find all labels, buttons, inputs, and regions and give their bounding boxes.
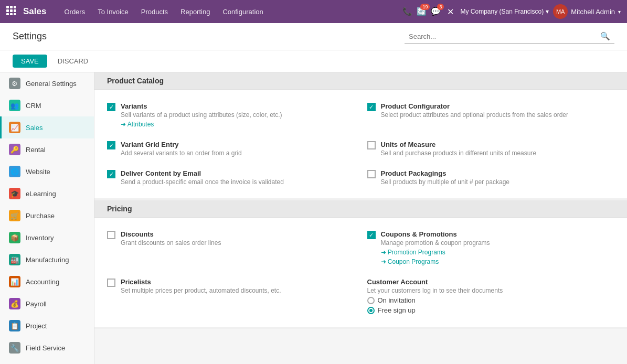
sidebar-item-field-service[interactable]: 🔧 Field Service [0, 337, 94, 359]
label-variant-grid-entry: Variant Grid Entry [121, 141, 242, 148]
link-attributes[interactable]: ➜ Attributes [121, 121, 282, 128]
checkbox-deliver-content-email[interactable]: ✓ [107, 170, 115, 178]
sidebar-item-elearning[interactable]: 🎓 eLearning [0, 183, 94, 205]
sidebar-item-website[interactable]: 🌐 Website [0, 160, 94, 183]
action-bar: SAVE DISCARD [0, 50, 627, 72]
info-units-of-measure: Units of Measure Sell and purchase produ… [381, 141, 537, 157]
checkbox-coupons-promotions[interactable]: ✓ [367, 231, 376, 239]
info-pricelists: Pricelists Set multiple prices per produ… [121, 278, 281, 294]
svg-rect-3 [6, 9, 9, 12]
sidebar-label-project: Project [26, 322, 47, 330]
company-name: My Company (San Francisco) [460, 8, 544, 15]
search-input[interactable] [409, 33, 600, 40]
radio-label-free-sign-up: Free sign up [378, 306, 416, 314]
desc-variant-grid-entry: Add several variants to an order from a … [121, 149, 242, 157]
company-selector[interactable]: My Company (San Francisco) ▾ [460, 8, 549, 15]
info-product-configurator: Product Configurator Select product attr… [381, 102, 569, 119]
label-variants: Variants [121, 102, 282, 110]
checkbox-product-packagings[interactable] [367, 170, 376, 178]
phone-icon[interactable]: 📞 [402, 7, 412, 16]
checkbox-variant-grid-entry[interactable]: ✓ [107, 141, 115, 149]
chat-icon[interactable]: 💬 3 [431, 7, 441, 16]
nav-right: 📞 🔄 19 💬 3 ✕ My Company (San Francisco) … [402, 4, 621, 19]
discard-button[interactable]: DISCARD [51, 55, 95, 68]
product-catalog-grid: ✓ Variants Sell variants of a product us… [107, 98, 614, 190]
radio-on-invitation[interactable]: On invitation [367, 296, 503, 304]
sidebar-label-inventory: Inventory [26, 234, 54, 242]
desc-coupons-promotions: Manage promotion & coupon programs [381, 239, 490, 247]
checkbox-discounts[interactable] [107, 231, 115, 239]
sidebar-item-general-settings[interactable]: ⚙ General Settings [0, 72, 94, 94]
chat-badge: 3 [437, 4, 444, 10]
user-chevron-icon: ▾ [618, 9, 621, 15]
radio-free-sign-up[interactable]: Free sign up [367, 306, 503, 314]
setting-customer-account: Customer Account Let your customers log … [367, 274, 615, 318]
checkbox-pricelists[interactable] [107, 279, 115, 287]
nav-products[interactable]: Products [136, 6, 173, 18]
save-button[interactable]: SAVE [13, 55, 47, 68]
desc-units-of-measure: Sell and purchase products in different … [381, 149, 537, 157]
desc-deliver-content-email: Send a product-specific email once the i… [121, 178, 284, 186]
nav-toinvoice[interactable]: To Invoice [92, 6, 134, 18]
sidebar-label-sales: Sales [26, 124, 43, 132]
setting-coupons-promotions: ✓ Coupons & Promotions Manage promotion … [367, 226, 615, 270]
settings-title: Settings [13, 31, 47, 42]
label-customer-account: Customer Account [367, 278, 503, 286]
sidebar-item-sales[interactable]: 📈 Sales [0, 116, 94, 138]
nav-orders[interactable]: Orders [59, 6, 90, 18]
section-product-catalog-header: Product Catalog [94, 72, 627, 90]
sidebar-label-payroll: Payroll [26, 300, 47, 308]
label-product-configurator: Product Configurator [381, 102, 569, 110]
website-icon: 🌐 [9, 166, 20, 177]
setting-product-configurator: ✓ Product Configurator Select product at… [367, 98, 615, 132]
sidebar: ⚙ General Settings 👥 CRM 📈 Sales 🔑 Renta… [0, 72, 94, 364]
link-promotion-programs[interactable]: ➜ Promotion Programs [381, 249, 490, 256]
sidebar-item-crm[interactable]: 👥 CRM [0, 94, 94, 116]
checkbox-variants[interactable]: ✓ [107, 103, 115, 111]
info-variants: Variants Sell variants of a product usin… [121, 102, 282, 128]
svg-rect-1 [10, 6, 13, 8]
info-variant-grid-entry: Variant Grid Entry Add several variants … [121, 141, 242, 157]
sidebar-item-project[interactable]: 📋 Project [0, 315, 94, 337]
nav-configuration[interactable]: Configuration [217, 6, 268, 18]
link-coupon-programs[interactable]: ➜ Coupon Programs [381, 258, 490, 265]
setting-variant-grid-entry: ✓ Variant Grid Entry Add several variant… [107, 136, 355, 161]
sidebar-label-accounting: Accounting [26, 278, 59, 286]
checkbox-units-of-measure[interactable] [367, 141, 376, 149]
svg-rect-0 [6, 6, 9, 8]
desc-discounts: Grant discounts on sales order lines [121, 239, 221, 247]
desc-pricelists: Set multiple prices per product, automat… [121, 287, 281, 294]
label-units-of-measure: Units of Measure [381, 141, 537, 148]
nav-reporting[interactable]: Reporting [175, 6, 215, 18]
sidebar-item-purchase[interactable]: 🛒 Purchase [0, 205, 94, 227]
section-product-catalog-body: ✓ Variants Sell variants of a product us… [94, 90, 627, 200]
company-chevron-icon: ▾ [546, 8, 549, 15]
user-name: Mitchell Admin [571, 8, 615, 16]
updates-icon[interactable]: 🔄 19 [417, 7, 427, 16]
close-icon[interactable]: ✕ [447, 7, 454, 17]
radio-group-customer-account: On invitation Free sign up [367, 296, 503, 314]
sidebar-label-general-settings: General Settings [26, 80, 77, 88]
sidebar-item-inventory[interactable]: 📦 Inventory [0, 227, 94, 249]
main-layout: ⚙ General Settings 👥 CRM 📈 Sales 🔑 Renta… [0, 72, 627, 364]
sidebar-item-manufacturing[interactable]: 🏭 Manufacturing [0, 249, 94, 271]
sidebar-label-manufacturing: Manufacturing [26, 256, 69, 264]
crm-icon: 👥 [9, 100, 20, 111]
sidebar-item-accounting[interactable]: 📊 Accounting [0, 271, 94, 293]
setting-discounts: Discounts Grant discounts on sales order… [107, 226, 355, 270]
sidebar-item-payroll[interactable]: 💰 Payroll [0, 293, 94, 315]
radio-label-on-invitation: On invitation [378, 296, 416, 304]
sidebar-label-field-service: Field Service [26, 344, 65, 352]
user-section[interactable]: MA Mitchell Admin ▾ [553, 4, 621, 19]
sidebar-item-rental[interactable]: 🔑 Rental [0, 138, 94, 160]
app-title: Sales [23, 6, 46, 17]
setting-units-of-measure: Units of Measure Sell and purchase produ… [367, 136, 615, 161]
section-pricing-body: Discounts Grant discounts on sales order… [94, 218, 627, 329]
sidebar-label-rental: Rental [26, 146, 46, 154]
checkbox-product-configurator[interactable]: ✓ [367, 103, 376, 111]
info-discounts: Discounts Grant discounts on sales order… [121, 230, 221, 247]
desc-product-packagings: Sell products by multiple of unit # per … [381, 178, 509, 186]
grid-icon[interactable] [6, 6, 16, 18]
svg-rect-8 [14, 13, 16, 15]
label-coupons-promotions: Coupons & Promotions [381, 230, 490, 238]
